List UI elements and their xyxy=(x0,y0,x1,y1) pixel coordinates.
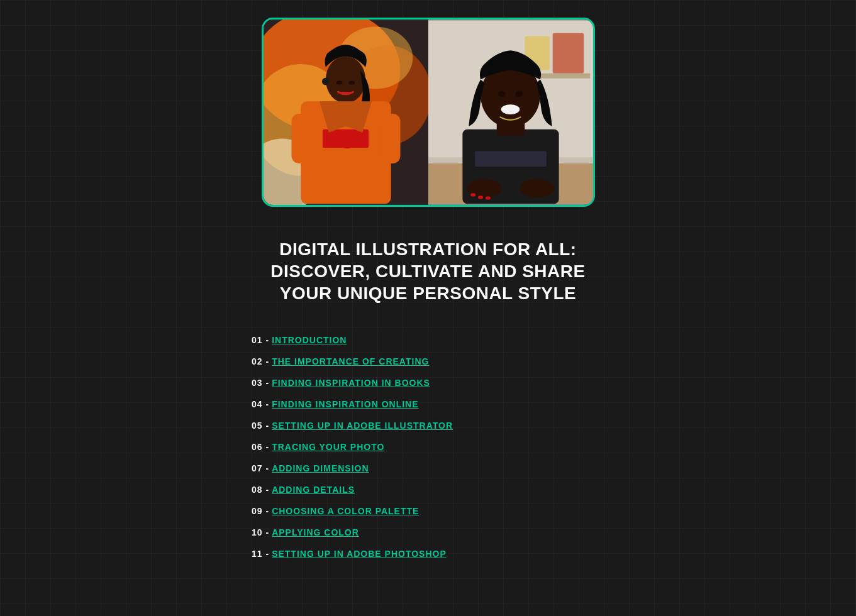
hero-card xyxy=(262,18,595,207)
svg-rect-31 xyxy=(485,196,490,199)
svg-rect-13 xyxy=(378,114,400,163)
illustration-svg xyxy=(264,19,428,205)
chapter-number-color: 10 - xyxy=(252,527,269,537)
hero-card-inner xyxy=(264,19,593,205)
chapter-number-online: 04 - xyxy=(252,399,269,409)
chapter-link-details[interactable]: ADDING DETAILS xyxy=(272,485,355,495)
chapter-link-importance[interactable]: THE IMPORTANCE OF CREATING xyxy=(272,356,429,366)
svg-rect-29 xyxy=(470,194,475,197)
chapter-link-tracing[interactable]: TRACING YOUR PHOTO xyxy=(272,442,384,452)
chapter-link-books[interactable]: FINDING INSPIRATION IN BOOKS xyxy=(272,378,430,388)
svg-point-28 xyxy=(520,179,554,198)
chapter-item-details: 08 -ADDING DETAILS xyxy=(252,479,604,500)
chapter-item-palette: 09 -CHOOSING A COLOR PALETTE xyxy=(252,500,604,522)
chapter-link-online[interactable]: FINDING INSPIRATION ONLINE xyxy=(272,399,418,409)
main-title: DIGITAL ILLUSTRATION FOR ALL: DISCOVER, … xyxy=(262,238,595,304)
svg-rect-12 xyxy=(291,114,313,163)
chapter-link-illustrator[interactable]: SETTING UP IN ADOBE ILLUSTRATOR xyxy=(272,421,453,431)
chapter-link-color[interactable]: APPLYING COLOR xyxy=(272,527,359,537)
svg-point-25 xyxy=(515,91,523,97)
chapter-number-details: 08 - xyxy=(252,485,269,495)
svg-point-9 xyxy=(348,81,355,85)
chapter-link-photoshop[interactable]: SETTING UP IN ADOBE PHOTOSHOP xyxy=(272,549,447,559)
svg-rect-30 xyxy=(478,195,483,199)
chapter-number-importance: 02 - xyxy=(252,356,269,366)
photo-svg xyxy=(428,19,593,205)
illustration-panel xyxy=(264,19,428,205)
chapter-item-tracing: 06 -TRACING YOUR PHOTO xyxy=(252,436,604,458)
chapter-item-importance: 02 -THE IMPORTANCE OF CREATING xyxy=(252,351,604,372)
chapter-item-color: 10 -APPLYING COLOR xyxy=(252,522,604,543)
chapter-item-online: 04 -FINDING INSPIRATION ONLINE xyxy=(252,393,604,415)
chapter-item-books: 03 -FINDING INSPIRATION IN BOOKS xyxy=(252,372,604,393)
chapter-item-photoshop: 11 -SETTING UP IN ADOBE PHOTOSHOP xyxy=(252,543,604,564)
chapter-item-dimension: 07 -ADDING DIMENSION xyxy=(252,458,604,479)
svg-rect-21 xyxy=(475,151,547,167)
chapter-number-intro: 01 - xyxy=(252,335,269,345)
chapter-number-photoshop: 11 - xyxy=(252,549,269,559)
photo-panel xyxy=(428,19,593,205)
chapter-item-illustrator: 05 -SETTING UP IN ADOBE ILLUSTRATOR xyxy=(252,415,604,436)
chapter-link-dimension[interactable]: ADDING DIMENSION xyxy=(272,463,369,473)
svg-point-24 xyxy=(497,91,505,97)
chapter-link-intro[interactable]: INTRODUCTION xyxy=(272,335,347,345)
chapter-number-books: 03 - xyxy=(252,378,269,388)
title-section: DIGITAL ILLUSTRATION FOR ALL: DISCOVER, … xyxy=(262,238,595,304)
svg-point-8 xyxy=(336,81,342,85)
svg-point-7 xyxy=(325,56,365,103)
svg-point-26 xyxy=(501,104,520,114)
svg-rect-16 xyxy=(552,33,583,73)
chapters-list: 01 -INTRODUCTION02 -THE IMPORTANCE OF CR… xyxy=(252,329,604,564)
chapter-number-illustrator: 05 - xyxy=(252,421,269,431)
chapter-item-intro: 01 -INTRODUCTION xyxy=(252,329,604,351)
chapter-link-palette[interactable]: CHOOSING A COLOR PALETTE xyxy=(272,506,419,516)
chapter-number-tracing: 06 - xyxy=(252,442,269,452)
chapter-number-dimension: 07 - xyxy=(252,463,269,473)
svg-point-10 xyxy=(321,78,329,85)
chapter-number-palette: 09 - xyxy=(252,506,269,516)
